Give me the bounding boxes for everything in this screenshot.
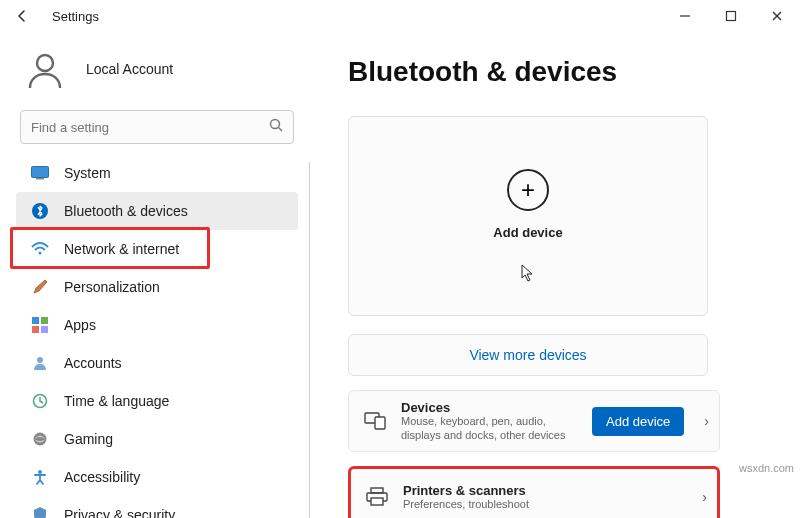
svg-point-2 (37, 55, 53, 71)
svg-rect-18 (375, 417, 385, 429)
nav-label: Accessibility (64, 469, 140, 485)
wifi-icon (30, 239, 50, 259)
brush-icon (30, 277, 50, 297)
svg-point-15 (34, 433, 47, 446)
chevron-right-icon: › (704, 413, 709, 429)
devices-sub: Mouse, keyboard, pen, audio, displays an… (401, 415, 578, 441)
nav-label: Bluetooth & devices (64, 203, 188, 219)
svg-rect-1 (727, 12, 736, 21)
clock-icon (30, 391, 50, 411)
nav-label: Apps (64, 317, 96, 333)
printer-icon (365, 485, 389, 509)
accessibility-icon (30, 467, 50, 487)
svg-point-16 (38, 470, 42, 474)
window-controls (662, 0, 800, 32)
view-more-label: View more devices (469, 347, 586, 363)
sidebar-item-system[interactable]: System (16, 154, 298, 192)
back-button[interactable] (8, 2, 36, 30)
view-more-devices[interactable]: View more devices (348, 334, 708, 376)
settings-window: Settings Local Account (0, 0, 800, 518)
page-title: Bluetooth & devices (348, 56, 780, 88)
account-block[interactable]: Local Account (22, 46, 300, 92)
svg-rect-21 (371, 498, 383, 505)
svg-rect-19 (371, 488, 383, 493)
bluetooth-icon (30, 201, 50, 221)
content-area: Local Account System Bluetooth & devices (0, 32, 800, 518)
printers-row[interactable]: Printers & scanners Preferences, trouble… (348, 466, 720, 518)
sidebar-item-gaming[interactable]: Gaming (16, 420, 298, 458)
svg-point-8 (39, 252, 42, 255)
devices-row[interactable]: Devices Mouse, keyboard, pen, audio, dis… (348, 390, 720, 452)
titlebar: Settings (0, 0, 800, 32)
minimize-button[interactable] (662, 0, 708, 32)
arrow-left-icon (14, 8, 30, 24)
sidebar-item-network[interactable]: Network & internet (16, 230, 298, 268)
add-device-label: Add device (493, 225, 562, 240)
svg-rect-6 (36, 178, 44, 180)
account-name: Local Account (86, 61, 173, 77)
add-device-card[interactable]: + Add device (348, 116, 708, 316)
sidebar-item-accounts[interactable]: Accounts (16, 344, 298, 382)
user-icon (24, 48, 66, 90)
devices-text: Devices Mouse, keyboard, pen, audio, dis… (401, 400, 578, 441)
sidebar-item-privacy[interactable]: Privacy & security (16, 496, 298, 518)
sidebar-item-time[interactable]: Time & language (16, 382, 298, 420)
svg-point-13 (37, 357, 43, 363)
svg-point-3 (271, 120, 280, 129)
window-title: Settings (52, 9, 99, 24)
sidebar-item-bluetooth[interactable]: Bluetooth & devices (16, 192, 298, 230)
svg-rect-11 (32, 326, 39, 333)
svg-rect-5 (32, 167, 49, 178)
sidebar-divider (309, 162, 310, 518)
accounts-icon (30, 353, 50, 373)
system-icon (30, 163, 50, 183)
shield-icon (30, 505, 50, 518)
watermark: wsxdn.com (739, 462, 794, 474)
search-input[interactable] (20, 110, 294, 144)
nav-label: Privacy & security (64, 507, 175, 518)
nav-label: System (64, 165, 111, 181)
printers-sub: Preferences, troubleshoot (403, 498, 682, 511)
svg-line-4 (279, 128, 283, 132)
maximize-button[interactable] (708, 0, 754, 32)
nav-list: System Bluetooth & devices Network & int… (12, 154, 310, 518)
chevron-right-icon: › (702, 489, 707, 505)
close-button[interactable] (754, 0, 800, 32)
add-device-button[interactable]: Add device (592, 407, 684, 436)
printers-title: Printers & scanners (403, 483, 682, 498)
sidebar-item-apps[interactable]: Apps (16, 306, 298, 344)
svg-rect-9 (32, 317, 39, 324)
plus-icon: + (507, 169, 549, 211)
svg-rect-12 (41, 326, 48, 333)
svg-rect-10 (41, 317, 48, 324)
sidebar: Local Account System Bluetooth & devices (0, 32, 310, 518)
printers-text: Printers & scanners Preferences, trouble… (403, 483, 682, 511)
sidebar-item-accessibility[interactable]: Accessibility (16, 458, 298, 496)
nav-label: Accounts (64, 355, 122, 371)
sidebar-item-personalization[interactable]: Personalization (16, 268, 298, 306)
devices-title: Devices (401, 400, 578, 415)
avatar (22, 46, 68, 92)
gaming-icon (30, 429, 50, 449)
main-panel: Bluetooth & devices + Add device View mo… (310, 32, 800, 518)
nav-label: Network & internet (64, 241, 179, 257)
search-wrap (20, 110, 294, 144)
nav-label: Time & language (64, 393, 169, 409)
nav-label: Personalization (64, 279, 160, 295)
search-icon (269, 118, 284, 133)
nav-label: Gaming (64, 431, 113, 447)
devices-icon (363, 409, 387, 433)
apps-icon (30, 315, 50, 335)
